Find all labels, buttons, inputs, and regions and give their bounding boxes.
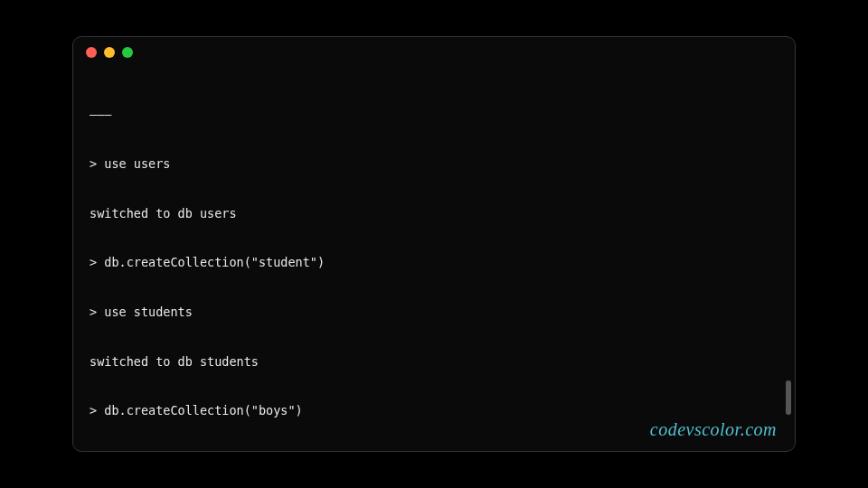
terminal-line: > db.createCollection("boys") — [90, 402, 778, 418]
scrollbar-thumb[interactable] — [786, 380, 791, 415]
terminal-line: > use users — [90, 155, 778, 172]
minimize-icon[interactable] — [104, 47, 115, 58]
terminal-line: switched to db students — [90, 353, 778, 370]
terminal-body[interactable]: ——— > use users switched to db users > d… — [73, 68, 795, 452]
terminal-line: > use students — [90, 304, 778, 320]
terminal-line: > db.createCollection("student") — [90, 254, 778, 270]
close-icon[interactable] — [86, 47, 97, 58]
terminal-line: switched to db users — [90, 205, 778, 221]
terminal-window: ——— > use users switched to db users > d… — [72, 36, 796, 452]
maximize-icon[interactable] — [122, 47, 133, 58]
titlebar — [73, 37, 795, 68]
terminal-line: ——— — [90, 106, 778, 122]
watermark: codevscolor.com — [650, 419, 777, 440]
